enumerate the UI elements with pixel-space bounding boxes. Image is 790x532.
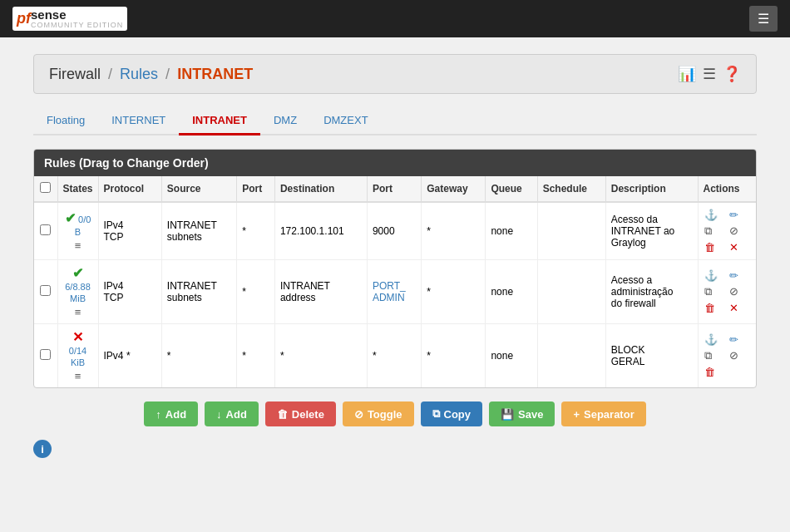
- row2-edit-icon[interactable]: ✏: [728, 268, 751, 283]
- breadcrumb-active: INTRANET: [177, 66, 253, 82]
- info-icon-wrap: i: [33, 440, 757, 458]
- row2-states: 6/8.88MiB: [65, 282, 91, 303]
- toggle-icon: ⊘: [354, 408, 363, 421]
- delete-button[interactable]: 🗑 Delete: [265, 401, 336, 426]
- row3-status-icon: ✕: [72, 330, 83, 344]
- row2-destination: INTRANETaddress: [274, 260, 367, 324]
- row1-status-cell: ✔ 0/0 B ≡: [57, 202, 98, 260]
- add-bottom-button[interactable]: ↓ Add: [205, 401, 259, 426]
- row3-edit-icon[interactable]: ✏: [728, 332, 751, 347]
- row1-description: Acesso daINTRANET aoGraylog: [605, 202, 698, 260]
- row2-source: INTRANETsubnets: [161, 260, 236, 324]
- brand: pf sense COMMUNITY EDITION: [12, 7, 127, 31]
- bottom-buttons: ↑ Add ↓ Add 🗑 Delete ⊘ Toggle ⧉ Copy 💾 S…: [33, 401, 757, 426]
- save-label: Save: [518, 408, 543, 421]
- row1-list-icon: ≡: [63, 239, 93, 252]
- row2-actions: ⚓ ✏ ⧉ ⊘ 🗑 ✕: [698, 260, 756, 324]
- row2-trash-icon[interactable]: 🗑: [704, 301, 726, 315]
- add-top-button[interactable]: ↑ Add: [144, 401, 198, 426]
- help-icon[interactable]: ❓: [723, 65, 741, 83]
- row2-anchor-icon[interactable]: ⚓: [704, 268, 726, 283]
- tab-internet[interactable]: INTERNET: [98, 107, 179, 135]
- row2-block-icon[interactable]: ⊘: [728, 284, 751, 299]
- row3-block-icon[interactable]: ⊘: [728, 348, 751, 363]
- delete-label: Delete: [292, 408, 324, 421]
- separator-button[interactable]: + Separator: [561, 401, 645, 426]
- row2-dst-port: PORT_ADMIN: [367, 260, 421, 324]
- delete-icon: 🗑: [277, 408, 288, 421]
- row1-queue: none: [486, 202, 537, 260]
- th-states: States: [57, 176, 98, 202]
- separator-icon: +: [573, 408, 580, 421]
- select-all-checkbox[interactable]: [40, 182, 51, 193]
- row1-protocol: IPv4TCP: [98, 202, 161, 260]
- row2-status-cell: ✔ 6/8.88MiB ≡: [57, 260, 98, 324]
- logo-community-text: COMMUNITY EDITION: [31, 22, 123, 29]
- row1-copy-icon[interactable]: ⧉: [704, 224, 726, 239]
- navbar: pf sense COMMUNITY EDITION ☰: [0, 0, 790, 37]
- row1-x-icon[interactable]: ✕: [728, 240, 751, 254]
- row3-trash-icon[interactable]: 🗑: [704, 365, 726, 379]
- breadcrumb-sep2: /: [165, 66, 170, 82]
- main-content: Firewall / Rules / INTRANET 📊 ☰ ❓ Floati…: [0, 37, 790, 475]
- row3-states: 0/14KiB: [69, 346, 86, 367]
- row2-x-icon[interactable]: ✕: [728, 301, 751, 315]
- row3-source: *: [161, 324, 236, 388]
- row3-dst-port: *: [367, 324, 421, 388]
- row3-status-cell: ✕ 0/14KiB ≡: [57, 324, 98, 388]
- breadcrumb-panel: Firewall / Rules / INTRANET 📊 ☰ ❓: [33, 54, 757, 94]
- add-bottom-icon: ↓: [216, 408, 222, 421]
- hamburger-button[interactable]: ☰: [749, 6, 778, 32]
- row1-states: 0/0 B: [75, 214, 91, 237]
- row1-status-icon: ✔: [65, 211, 76, 225]
- info-icon[interactable]: i: [33, 440, 52, 458]
- row1-anchor-icon[interactable]: ⚓: [704, 208, 726, 222]
- breadcrumb-sep1: /: [108, 66, 112, 82]
- row3-list-icon: ≡: [63, 370, 93, 382]
- copy-label: Copy: [444, 408, 472, 421]
- row3-copy-icon[interactable]: ⧉: [704, 348, 726, 363]
- th-description: Description: [605, 176, 698, 202]
- row3-src-port: *: [237, 324, 275, 388]
- table-row: ✕ 0/14KiB ≡ IPv4 * * * * * * none BLOCKG…: [34, 324, 756, 388]
- row1-block-icon[interactable]: ⊘: [728, 224, 751, 239]
- row2-gateway: *: [422, 260, 486, 324]
- row2-protocol: IPv4TCP: [98, 260, 161, 324]
- row3-destination: *: [274, 324, 367, 388]
- logo-sense-text: sense: [31, 8, 123, 21]
- add-top-icon: ↑: [156, 408, 161, 421]
- row2-copy-icon[interactable]: ⧉: [704, 284, 726, 299]
- list-icon[interactable]: ☰: [703, 65, 716, 83]
- row2-checkbox[interactable]: [40, 285, 51, 296]
- separator-label: Separator: [584, 408, 634, 421]
- breadcrumb-rules[interactable]: Rules: [120, 66, 158, 82]
- row1-checkbox[interactable]: [40, 224, 51, 235]
- save-button[interactable]: 💾 Save: [489, 401, 555, 426]
- row3-anchor-icon[interactable]: ⚓: [704, 332, 726, 347]
- breadcrumb-firewall: Firewall: [49, 66, 101, 82]
- table-header-row: States Protocol Source Port Destination …: [34, 176, 756, 202]
- row2-checkbox-cell: [34, 260, 57, 324]
- toggle-button[interactable]: ⊘ Toggle: [343, 401, 414, 426]
- th-src-port: Port: [237, 176, 275, 202]
- row1-trash-icon[interactable]: 🗑: [704, 240, 726, 254]
- row2-dst-port-link[interactable]: PORT_ADMIN: [373, 280, 406, 303]
- chart-icon[interactable]: 📊: [678, 65, 696, 83]
- tab-dmzext[interactable]: DMZEXT: [310, 107, 381, 135]
- th-gateway: Gateway: [422, 176, 486, 202]
- tab-dmz[interactable]: DMZ: [260, 107, 310, 135]
- copy-button[interactable]: ⧉ Copy: [421, 401, 483, 426]
- row3-checkbox[interactable]: [40, 349, 51, 360]
- tab-intranet[interactable]: INTRANET: [179, 107, 260, 135]
- row2-status-icon: ✔: [72, 266, 83, 280]
- tab-floating[interactable]: Floating: [33, 107, 98, 135]
- row1-edit-icon[interactable]: ✏: [728, 208, 751, 222]
- row1-source: INTRANETsubnets: [161, 202, 236, 260]
- row1-checkbox-cell: [34, 202, 57, 260]
- row1-actions: ⚓ ✏ ⧉ ⊘ 🗑 ✕: [698, 202, 756, 260]
- toggle-label: Toggle: [368, 408, 402, 421]
- row3-schedule: [537, 324, 605, 388]
- th-destination: Destination: [274, 176, 367, 202]
- th-checkbox: [34, 176, 57, 202]
- add-top-label: Add: [165, 408, 186, 421]
